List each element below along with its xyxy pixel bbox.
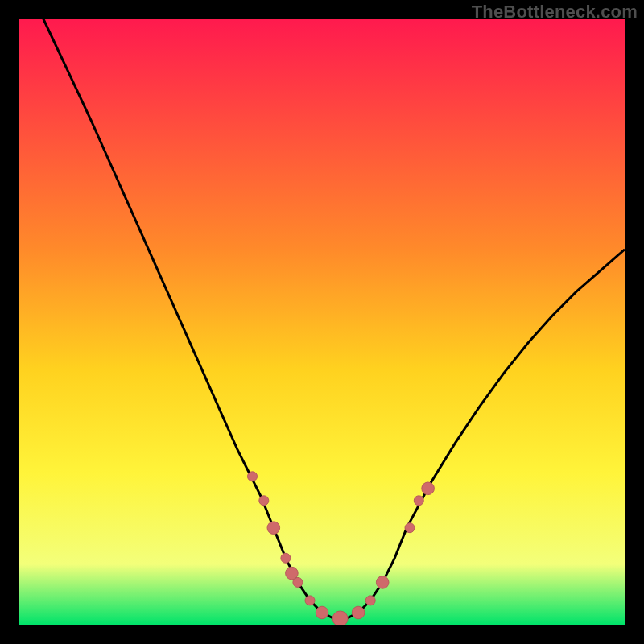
curve-marker [352,606,365,619]
watermark-text: TheBottleneck.com [472,2,638,23]
curve-markers [248,472,435,625]
curve-marker [422,482,435,495]
chart-frame: TheBottleneck.com [0,0,644,644]
curve-marker [248,472,258,481]
curve-marker [293,577,303,587]
curve-marker [376,576,389,589]
curve-marker [405,523,415,533]
curve-marker [365,596,375,605]
curve-marker [332,611,348,625]
curve-marker [281,553,291,563]
curve-marker [316,606,328,619]
curve-marker [267,522,280,535]
curve-marker [414,496,423,506]
plot-area [19,19,625,625]
curve-marker [259,496,269,506]
curve-marker [305,596,315,605]
curve-layer [19,19,625,625]
bottleneck-curve [19,19,625,619]
